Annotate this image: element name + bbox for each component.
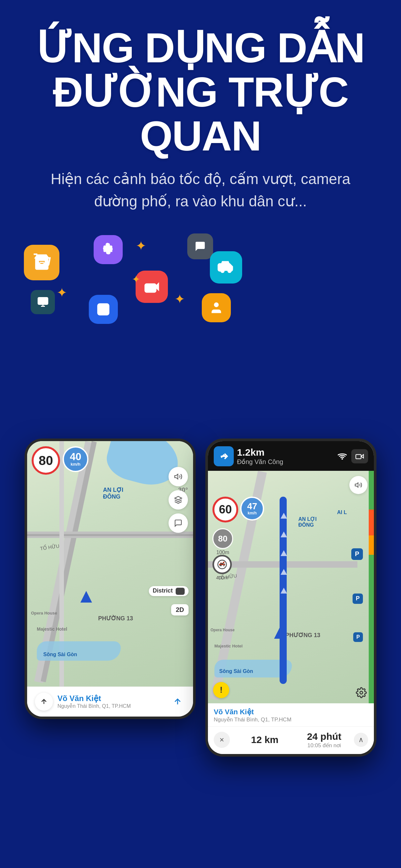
side-buttons-left: [168, 467, 188, 533]
sparkle-4: ✦: [132, 273, 141, 285]
user-icon: [202, 293, 231, 322]
phones-section: TỔ HỮU AN LỢIĐÔNG 30°: [0, 438, 401, 776]
majestic-hotel-left: Majestic Hotel: [37, 626, 67, 631]
sparkle-1: ✦: [135, 238, 147, 253]
stat-distance: 12 km: [235, 734, 295, 745]
subtitle: Hiện các cảnh báo tốc độ, cấm vượt, came…: [19, 168, 382, 213]
layers-btn[interactable]: [168, 490, 188, 509]
current-speed-47-right: 47 km/h: [240, 497, 264, 521]
map-label-an-loi-dong: AN LỢIĐÔNG: [103, 486, 123, 500]
opera-house-left: Opera House: [31, 611, 57, 616]
settings-area: [356, 687, 367, 698]
svg-point-15: [360, 691, 363, 694]
speed-limit-60-right: 60: [212, 497, 238, 523]
svg-point-4: [221, 269, 224, 272]
opera-house-right: Opera House: [211, 628, 235, 632]
monitor-icon: [31, 290, 55, 314]
phone-left: TỔ HỮU AN LỢIĐÔNG 30°: [25, 438, 196, 719]
stat-time: 24 phút: [295, 731, 354, 742]
parking-map-2: P: [352, 593, 363, 604]
majestic-hotel-right: Majestic Hotel: [214, 644, 243, 648]
svg-marker-10: [175, 496, 182, 500]
address-right: Nguyễn Thái Bình, Q1, TP.HCM: [214, 716, 368, 723]
svg-point-5: [228, 269, 231, 272]
ai-l-right: AI L: [337, 509, 347, 516]
speed-warning-80: 80 100m: [212, 528, 233, 555]
bottom-bar-right: Võ Văn Kiệt Nguyễn Thái Bình, Q1, TP.HCM…: [208, 703, 374, 754]
address-left: Nguyễn Thái Bình, Q1, TP.HCM: [58, 703, 170, 709]
street-name-left: Võ Văn Kiệt: [58, 694, 170, 703]
camera-icon: [135, 271, 168, 303]
map-left: TỔ HỮU AN LỢIĐÔNG 30°: [27, 441, 193, 686]
district-badge: District: [149, 586, 189, 596]
cart-icon: [24, 245, 59, 280]
no-overtake-badge: 400m: [212, 555, 232, 580]
svg-rect-12: [356, 454, 361, 459]
svg-marker-13: [355, 483, 358, 487]
current-speed-40-left: 40 km/h: [63, 446, 89, 472]
chat-icon: [187, 234, 213, 259]
svg-point-0: [38, 267, 41, 269]
sparkle-2: ✦: [57, 285, 67, 300]
map-right: Sông Sài Gòn TỔ HỮU AN LỢIĐÔNG AI L PHƯƠ…: [208, 471, 374, 703]
speed-limit-80-left: 80: [32, 446, 60, 475]
sound-btn-left[interactable]: [168, 467, 188, 486]
close-route-btn[interactable]: ×: [214, 732, 230, 748]
chat-btn[interactable]: [168, 514, 188, 533]
car-icon: [210, 251, 242, 283]
parking-map-3: P: [353, 632, 363, 642]
phone-right: 1.2km Đồng Văn Công: [205, 438, 376, 756]
parking-map-1: P: [351, 548, 363, 560]
phuong-13-label-left: PHƯỜNG 13: [98, 615, 133, 622]
an-loi-dong-right: AN LỢIĐÔNG: [298, 516, 317, 528]
nav-info-right: 1.2km Đồng Văn Công: [237, 447, 335, 466]
2d-button[interactable]: 2D: [171, 604, 189, 616]
stat-arrival: 10:05 đến nơi: [295, 742, 354, 749]
svg-point-3: [149, 286, 152, 290]
sparkle-3: ✦: [174, 291, 185, 306]
header-section: ỨNG DỤNG DẪN ĐƯỜNG TRỰC QUAN Hiện các cả…: [0, 0, 401, 219]
svg-point-8: [214, 302, 219, 307]
puzzle-icon: [94, 235, 123, 264]
phone-left-screen: TỔ HỮU AN LỢIĐÔNG 30°: [27, 441, 193, 717]
phuong-13-right: PHƯƠNG 13: [285, 631, 320, 639]
svg-marker-9: [175, 474, 178, 479]
icons-zone: ✦: [0, 225, 401, 445]
camera-top-icon: [351, 449, 368, 463]
distance-to-turn: 1.2km: [237, 447, 335, 458]
warning-icon[interactable]: !: [213, 682, 229, 698]
signal-icon: [338, 453, 347, 460]
water-label-left: Sông Sài Gòn: [43, 652, 77, 657]
traffic-bar: [369, 471, 374, 703]
bottom-bar-left: Võ Văn Kiệt Nguyễn Thái Bình, Q1, TP.HCM: [27, 686, 193, 717]
svg-point-1: [42, 267, 45, 269]
turn-street: Đồng Văn Công: [237, 458, 335, 466]
destination-left: Võ Văn Kiệt Nguyễn Thái Bình, Q1, TP.HCM: [58, 694, 170, 709]
page: ỨNG DỤNG DẪN ĐƯỜNG TRỰC QUAN Hiện các cả…: [0, 0, 401, 868]
water-label-right: Sông Sài Gòn: [219, 669, 253, 674]
user-arrow-right: [274, 627, 286, 639]
svg-rect-6: [38, 298, 48, 305]
phone-right-screen: 1.2km Đồng Văn Công: [208, 441, 374, 754]
sound-btn-right[interactable]: [349, 476, 367, 494]
main-title: ỨNG DỤNG DẪN ĐƯỜNG TRỰC QUAN: [19, 26, 382, 158]
expand-btn[interactable]: ∧: [354, 733, 368, 747]
street-name-right: Võ Văn Kiệt: [214, 708, 368, 716]
parking-icon: [89, 295, 118, 324]
svg-point-11: [342, 458, 343, 460]
no-overtake-dist: 400m: [212, 575, 232, 580]
